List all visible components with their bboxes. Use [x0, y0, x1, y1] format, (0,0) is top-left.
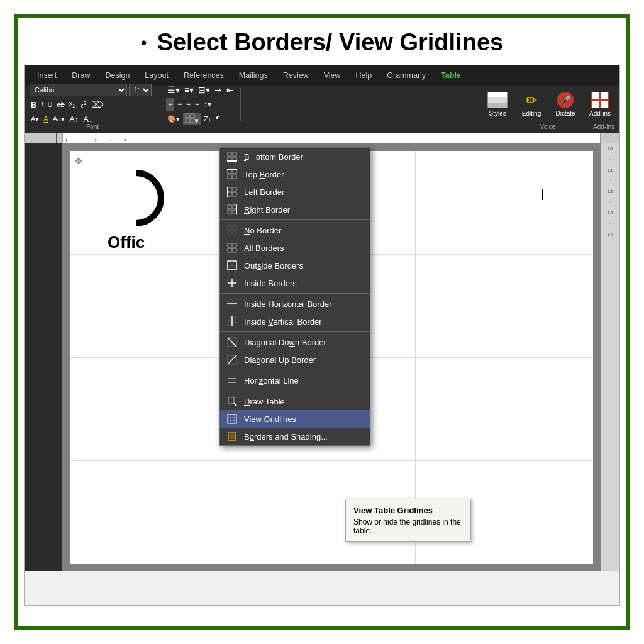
- subscript-btn[interactable]: x2: [68, 98, 77, 111]
- font-name-select[interactable]: Calibri: [30, 84, 127, 96]
- indent-dec-btn[interactable]: ⇤: [225, 84, 235, 96]
- borders-btn[interactable]: ▾: [183, 113, 201, 125]
- tab-help[interactable]: Help: [348, 67, 380, 84]
- svg-rect-25: [233, 226, 236, 230]
- move-handle[interactable]: ✥: [75, 156, 82, 166]
- tab-view[interactable]: View: [316, 67, 348, 84]
- pilcrow-btn[interactable]: ¶: [214, 113, 221, 125]
- tab-insert[interactable]: Insert: [30, 67, 64, 84]
- tab-table[interactable]: Table: [433, 67, 469, 84]
- styles-btn[interactable]: Styles: [484, 91, 511, 118]
- svg-rect-63: [230, 434, 235, 439]
- svg-rect-45: [228, 322, 231, 326]
- menu-item-inside-v-border[interactable]: Inside Vertical Border: [220, 313, 370, 330]
- linespace-btn[interactable]: ↕▾: [203, 98, 213, 111]
- svg-rect-3: [191, 119, 194, 123]
- inside-v-border-icon: [226, 316, 238, 327]
- top-border-icon: [226, 169, 238, 180]
- underline-btn[interactable]: U: [46, 98, 53, 111]
- svg-rect-31: [233, 248, 236, 252]
- italic-btn[interactable]: I: [40, 98, 44, 111]
- outer-container: • Select Borders/ View Gridlines Insert …: [14, 14, 630, 630]
- title-area: • Select Borders/ View Gridlines: [18, 18, 626, 65]
- bold-btn[interactable]: B: [30, 98, 38, 111]
- menu-item-diagonal-up[interactable]: Diagonal Up Border: [220, 351, 370, 369]
- align-center-btn[interactable]: ≡: [176, 98, 183, 111]
- list-number-btn[interactable]: ≡▾: [183, 84, 195, 96]
- menu-item-bottom-border[interactable]: Bottom Border: [220, 148, 370, 165]
- view-gridlines-icon: [226, 413, 238, 425]
- menu-item-left-border[interactable]: Left Border: [220, 183, 370, 201]
- shading-btn[interactable]: 🎨▾: [166, 113, 181, 125]
- separator-5: [220, 391, 370, 391]
- tab-review[interactable]: Review: [275, 67, 316, 84]
- no-border-label: No Border: [244, 226, 281, 235]
- tab-mailings[interactable]: Mailings: [231, 67, 275, 84]
- view-gridlines-label: View Gridlines: [244, 414, 296, 424]
- tab-references[interactable]: References: [176, 67, 231, 84]
- tab-draw[interactable]: Draw: [64, 67, 97, 84]
- svg-rect-15: [233, 187, 236, 191]
- all-borders-icon: [226, 242, 238, 253]
- align-left-btn[interactable]: ≡: [166, 98, 174, 111]
- top-border-label: Top Border: [244, 170, 284, 179]
- page-title: Select Borders/ View Gridlines: [157, 29, 504, 56]
- justify-btn[interactable]: ≡: [194, 98, 201, 111]
- doc-shape-circle: [108, 170, 164, 226]
- menu-item-right-border[interactable]: Right Border: [220, 201, 370, 218]
- menu-item-horizontal-line[interactable]: Horizontal Line: [220, 372, 370, 389]
- editing-btn[interactable]: ✏ Editing: [518, 91, 545, 118]
- svg-rect-46: [233, 322, 236, 326]
- dictate-btn[interactable]: 🎤 Dictate: [552, 91, 579, 118]
- menu-item-all-borders[interactable]: All Borders: [220, 239, 370, 257]
- sort-btn[interactable]: Z↓: [203, 113, 213, 125]
- borders-shading-label: Borders and Shading...: [244, 432, 328, 441]
- menu-item-outside-borders[interactable]: Outside Borders: [220, 257, 370, 274]
- menu-item-no-border[interactable]: No Border: [220, 221, 370, 239]
- menu-item-inside-borders[interactable]: Inside Borders: [220, 274, 370, 292]
- addins-btn[interactable]: Add-ins: [586, 91, 614, 118]
- svg-line-51: [228, 355, 236, 364]
- font-section-label: Font: [30, 123, 155, 133]
- ribbon-tab-row: Insert Draw Design Layout References Mai…: [25, 65, 619, 86]
- tab-layout[interactable]: Layout: [137, 67, 176, 84]
- draw-table-label: Draw Table: [244, 397, 285, 406]
- bottom-border-label: B: [244, 152, 250, 162]
- borders-dropdown-menu: Bottom Border Top Border: [219, 147, 370, 446]
- text-cursor: [542, 189, 543, 200]
- menu-item-draw-table[interactable]: Draw Table: [220, 392, 370, 410]
- tab-grammarly[interactable]: Grammarly: [379, 67, 433, 84]
- menu-item-inside-h-border[interactable]: Inside Horizontal Border: [220, 295, 370, 313]
- svg-line-49: [228, 338, 236, 347]
- svg-rect-17: [233, 192, 236, 196]
- align-right-btn[interactable]: ≡: [185, 98, 192, 111]
- menu-item-borders-shading[interactable]: Borders and Shading...: [220, 428, 370, 445]
- strikethrough-btn[interactable]: ab: [55, 98, 65, 111]
- outside-borders-icon: [226, 260, 238, 271]
- svg-rect-24: [228, 226, 231, 230]
- inside-v-border-label: Inside Vertical Border: [244, 317, 322, 326]
- editing-label: Editing: [522, 110, 541, 117]
- font-size-select[interactable]: 11: [129, 84, 152, 96]
- doc-sidebar: [25, 143, 62, 571]
- indent-inc-btn[interactable]: ⇥: [213, 84, 223, 96]
- left-border-icon: [226, 186, 238, 197]
- inside-borders-icon: [226, 277, 238, 289]
- list-bullet-btn[interactable]: ☰▾: [166, 84, 181, 96]
- list-multi-btn[interactable]: ⊟▾: [197, 84, 211, 96]
- right-border-icon: [226, 204, 238, 215]
- doc-text: Offic: [108, 233, 145, 252]
- font-group: Calibri 11 B I U ab x2 x2: [30, 88, 157, 121]
- menu-item-top-border[interactable]: Top Border: [220, 165, 370, 183]
- svg-rect-29: [233, 243, 236, 247]
- superscript-btn[interactable]: x2: [79, 98, 88, 111]
- all-borders-label: All Borders: [244, 243, 284, 253]
- menu-item-diagonal-down[interactable]: Diagonal Down Border: [220, 333, 370, 351]
- clearformat-btn[interactable]: ⌦: [90, 98, 105, 111]
- ribbon-controls-row: Calibri 11 B I U ab x2 x2: [25, 86, 619, 123]
- svg-rect-19: [228, 205, 231, 209]
- tab-design[interactable]: Design: [97, 67, 137, 84]
- svg-rect-32: [228, 261, 236, 270]
- menu-item-view-gridlines[interactable]: View Gridlines: [220, 410, 370, 428]
- draw-table-icon: [226, 396, 238, 407]
